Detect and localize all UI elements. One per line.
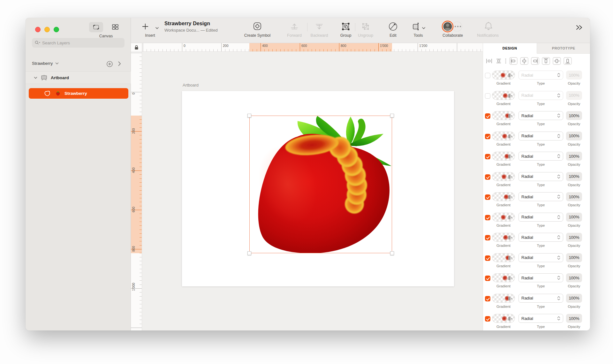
opacity-field[interactable]: 100% xyxy=(566,172,582,181)
align-left-icon[interactable] xyxy=(509,57,518,65)
fill-enabled-checkbox[interactable] xyxy=(485,154,490,159)
notifications-button[interactable] xyxy=(484,21,493,32)
fill-enabled-checkbox[interactable] xyxy=(485,296,490,301)
gradient-swatch[interactable] xyxy=(492,111,515,120)
minimize-window-button[interactable] xyxy=(44,27,50,32)
fill-enabled-checkbox[interactable] xyxy=(485,73,490,78)
gradient-swatch[interactable] xyxy=(492,253,515,262)
gradient-swatch[interactable] xyxy=(492,273,515,282)
gradient-type-select[interactable]: Radial xyxy=(518,91,563,100)
gradient-type-select[interactable]: Radial xyxy=(518,132,563,140)
expand-pages-button[interactable] xyxy=(118,61,121,67)
artboard-title-label[interactable]: Artboard xyxy=(183,83,199,87)
distribute-horizontally-icon[interactable] xyxy=(486,58,493,64)
create-symbol-button[interactable] xyxy=(252,21,262,33)
layer-item-artboard[interactable]: Artboard xyxy=(26,71,131,84)
gradient-swatch[interactable] xyxy=(492,192,515,201)
forward-button[interactable] xyxy=(290,22,299,32)
gradient-swatch[interactable] xyxy=(492,213,515,222)
opacity-field[interactable]: 100% xyxy=(566,213,582,222)
gradient-type-select[interactable]: Radial xyxy=(518,314,563,323)
selection-handle-bottom-right[interactable] xyxy=(390,251,394,255)
tab-prototype[interactable]: PROTOTYPE xyxy=(537,43,590,54)
fill-enabled-checkbox[interactable] xyxy=(485,174,490,180)
align-middle-vertical-icon[interactable] xyxy=(553,57,561,65)
fill-enabled-checkbox[interactable] xyxy=(485,235,490,240)
tab-design[interactable]: DESIGN xyxy=(483,43,537,54)
gradient-swatch[interactable] xyxy=(492,294,515,303)
checkmark-icon xyxy=(485,316,491,322)
gradient-type-select[interactable]: Radial xyxy=(518,253,563,262)
fill-enabled-checkbox[interactable] xyxy=(485,134,490,139)
opacity-field[interactable]: 100% xyxy=(566,294,582,303)
gradient-type-select[interactable]: Radial xyxy=(518,294,563,303)
gradient-swatch[interactable] xyxy=(492,132,515,140)
opacity-field[interactable]: 100% xyxy=(566,273,582,282)
vertical-ruler[interactable]: 02004006008001'000 xyxy=(131,52,142,330)
gradient-type-select[interactable]: Radial xyxy=(518,111,563,120)
gradient-type-select[interactable]: Radial xyxy=(518,213,563,222)
tools-button[interactable] xyxy=(411,22,420,33)
selection-bounding-box[interactable] xyxy=(249,116,392,253)
gradient-type-select[interactable]: Radial xyxy=(518,152,563,161)
fill-enabled-checkbox[interactable] xyxy=(485,276,490,281)
fill-enabled-checkbox[interactable] xyxy=(485,316,490,322)
fill-enabled-checkbox[interactable] xyxy=(485,113,490,119)
opacity-field[interactable]: 100% xyxy=(566,152,582,161)
page-selector[interactable]: Strawberry xyxy=(32,61,59,66)
gradient-type-select[interactable]: Radial xyxy=(518,192,563,201)
type-label: Type xyxy=(518,122,563,126)
gradient-type-select[interactable]: Radial xyxy=(518,273,563,282)
fill-enabled-checkbox[interactable] xyxy=(485,194,490,200)
gradient-swatch[interactable] xyxy=(492,71,515,80)
layer-item-strawberry-selected[interactable]: Strawberry xyxy=(29,88,128,99)
document-subtitle[interactable]: Workspace Docu... — Edited xyxy=(164,28,218,33)
more-options-dots-icon[interactable] xyxy=(505,58,507,64)
search-layers-input[interactable]: Search Layers xyxy=(32,38,125,48)
fill-enabled-checkbox[interactable] xyxy=(485,215,490,220)
gradient-swatch[interactable] xyxy=(492,91,515,100)
fill-enabled-checkbox[interactable] xyxy=(485,255,490,261)
ungroup-button[interactable] xyxy=(361,22,370,33)
distribute-vertically-icon[interactable] xyxy=(495,58,502,64)
canvas-view-toggle[interactable] xyxy=(89,22,103,32)
components-grid-icon[interactable] xyxy=(111,23,119,32)
fill-enabled-checkbox[interactable] xyxy=(485,93,490,99)
collaborate-avatar[interactable] xyxy=(442,20,454,34)
align-top-icon[interactable] xyxy=(542,57,550,65)
gradient-swatch[interactable] xyxy=(492,172,515,181)
opacity-field[interactable]: 100% xyxy=(566,91,582,100)
backward-button[interactable] xyxy=(314,22,324,32)
insert-button[interactable] xyxy=(141,23,149,32)
group-button[interactable] xyxy=(341,22,351,33)
add-page-button[interactable] xyxy=(106,61,113,69)
opacity-field[interactable]: 100% xyxy=(566,111,582,120)
align-bottom-icon[interactable] xyxy=(564,57,572,65)
gradient-type-select[interactable]: Radial xyxy=(518,71,563,80)
gradient-swatch[interactable] xyxy=(492,152,515,161)
opacity-field[interactable]: 100% xyxy=(566,233,582,242)
gradient-swatch[interactable] xyxy=(492,314,515,323)
opacity-field[interactable]: 100% xyxy=(566,192,582,201)
selection-handle-bottom-left[interactable] xyxy=(247,251,251,255)
opacity-field[interactable]: 100% xyxy=(566,71,582,80)
selection-handle-top-right[interactable] xyxy=(390,114,394,118)
gradient-swatch[interactable] xyxy=(492,233,515,242)
gradient-type-select[interactable]: Radial xyxy=(518,233,563,242)
opacity-field[interactable]: 100% xyxy=(566,314,582,323)
insert-chevron-icon[interactable] xyxy=(155,25,159,31)
tools-chevron-icon[interactable] xyxy=(422,25,426,31)
zoom-window-button[interactable] xyxy=(54,27,59,32)
opacity-field[interactable]: 100% xyxy=(566,132,582,140)
selection-handle-top-left[interactable] xyxy=(247,114,251,118)
align-right-icon[interactable] xyxy=(531,57,539,65)
close-window-button[interactable] xyxy=(35,27,41,32)
horizontal-ruler[interactable]: 02004006008001'0001'200 xyxy=(142,43,483,52)
align-center-horizontal-icon[interactable] xyxy=(520,57,528,65)
gradient-type-select[interactable]: Radial xyxy=(518,172,563,181)
opacity-field[interactable]: 100% xyxy=(566,253,582,262)
canvas-area[interactable]: Artboard xyxy=(142,52,483,330)
ruler-corner[interactable] xyxy=(131,43,142,52)
edit-button[interactable] xyxy=(388,22,398,33)
overflow-chevrons-icon[interactable] xyxy=(575,25,584,32)
